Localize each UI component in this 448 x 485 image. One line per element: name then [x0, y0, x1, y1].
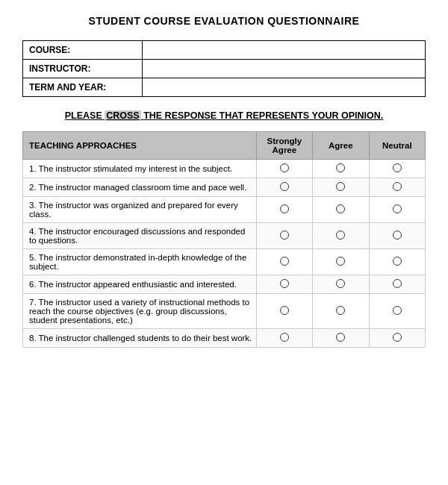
instruction-text: PLEASE CROSS THE RESPONSE THAT REPRESENT…	[22, 110, 426, 121]
radio-circle[interactable]	[393, 163, 402, 172]
radio-circle[interactable]	[336, 231, 345, 240]
info-table: COURSE: INSTRUCTOR: TERM AND YEAR:	[22, 40, 426, 97]
table-row: 8. The instructor challenged students to…	[23, 329, 426, 348]
radio-agree-4[interactable]	[313, 223, 369, 249]
radio-neutral-4[interactable]	[369, 223, 425, 249]
radio-agree-8[interactable]	[313, 329, 369, 348]
cross-keyword: CROSS	[105, 110, 140, 121]
radio-circle[interactable]	[393, 182, 402, 191]
instruction-after: THE RESPONSE THAT REPRESENTS YOUR OPINIO…	[141, 110, 384, 121]
radio-strongly_agree-5[interactable]	[256, 249, 312, 275]
radio-agree-1[interactable]	[313, 160, 369, 178]
table-row: 4. The instructor encouraged discussions…	[23, 223, 426, 249]
radio-circle[interactable]	[393, 306, 402, 315]
radio-circle[interactable]	[280, 163, 289, 172]
info-value[interactable]	[143, 78, 426, 97]
radio-strongly_agree-2[interactable]	[256, 178, 312, 197]
radio-circle[interactable]	[393, 333, 402, 342]
radio-agree-6[interactable]	[313, 275, 369, 294]
radio-strongly_agree-1[interactable]	[256, 160, 312, 178]
radio-strongly_agree-6[interactable]	[256, 275, 312, 294]
col-header-neutral: Neutral	[369, 132, 425, 160]
evaluation-table: TEACHING APPROACHESStronglyAgreeAgreeNeu…	[22, 131, 426, 348]
table-row: 5. The instructor demonstrated in-depth …	[23, 249, 426, 275]
radio-neutral-1[interactable]	[369, 160, 425, 178]
radio-circle[interactable]	[336, 306, 345, 315]
radio-circle[interactable]	[280, 333, 289, 342]
radio-circle[interactable]	[280, 306, 289, 315]
question-text: 4. The instructor encouraged discussions…	[23, 223, 257, 249]
radio-circle[interactable]	[280, 279, 289, 288]
table-row: 7. The instructor used a variety of inst…	[23, 294, 426, 329]
radio-circle[interactable]	[280, 204, 289, 213]
radio-neutral-2[interactable]	[369, 178, 425, 197]
question-text: 8. The instructor challenged students to…	[23, 329, 257, 348]
radio-circle[interactable]	[336, 204, 345, 213]
info-label: TERM AND YEAR:	[23, 78, 143, 97]
page-title: STUDENT COURSE EVALUATION QUESTIONNAIRE	[22, 15, 426, 27]
radio-circle[interactable]	[393, 204, 402, 213]
radio-strongly_agree-8[interactable]	[256, 329, 312, 348]
table-row: 6. The instructor appeared enthusiastic …	[23, 275, 426, 294]
question-text: 5. The instructor demonstrated in-depth …	[23, 249, 257, 275]
radio-agree-3[interactable]	[313, 197, 369, 223]
radio-circle[interactable]	[336, 163, 345, 172]
info-value[interactable]	[143, 41, 426, 60]
table-row: 2. The instructor managed classroom time…	[23, 178, 426, 197]
question-text: 3. The instructor was organized and prep…	[23, 197, 257, 223]
table-row: 1. The instructor stimulated my interest…	[23, 160, 426, 178]
info-row: INSTRUCTOR:	[23, 60, 426, 78]
radio-neutral-7[interactable]	[369, 294, 425, 329]
radio-strongly_agree-3[interactable]	[256, 197, 312, 223]
info-label: INSTRUCTOR:	[23, 60, 143, 78]
radio-agree-7[interactable]	[313, 294, 369, 329]
info-row: COURSE:	[23, 41, 426, 60]
radio-neutral-8[interactable]	[369, 329, 425, 348]
question-text: 7. The instructor used a variety of inst…	[23, 294, 257, 329]
info-row: TERM AND YEAR:	[23, 78, 426, 97]
question-text: 1. The instructor stimulated my interest…	[23, 160, 257, 178]
info-value[interactable]	[143, 60, 426, 78]
table-row: 3. The instructor was organized and prep…	[23, 197, 426, 223]
radio-agree-5[interactable]	[313, 249, 369, 275]
radio-neutral-5[interactable]	[369, 249, 425, 275]
radio-circle[interactable]	[280, 182, 289, 191]
radio-circle[interactable]	[336, 257, 345, 266]
col-header-question: TEACHING APPROACHES	[23, 132, 257, 160]
radio-circle[interactable]	[280, 257, 289, 266]
col-header-strongly_agree: StronglyAgree	[256, 132, 312, 160]
radio-circle[interactable]	[336, 333, 345, 342]
radio-strongly_agree-7[interactable]	[256, 294, 312, 329]
radio-circle[interactable]	[336, 182, 345, 191]
radio-neutral-6[interactable]	[369, 275, 425, 294]
radio-agree-2[interactable]	[313, 178, 369, 197]
info-label: COURSE:	[23, 41, 143, 60]
instruction-before: PLEASE	[65, 110, 105, 121]
question-text: 2. The instructor managed classroom time…	[23, 178, 257, 197]
radio-circle[interactable]	[393, 257, 402, 266]
radio-neutral-3[interactable]	[369, 197, 425, 223]
radio-circle[interactable]	[280, 231, 289, 240]
radio-circle[interactable]	[336, 279, 345, 288]
radio-circle[interactable]	[393, 279, 402, 288]
col-header-agree: Agree	[313, 132, 369, 160]
question-text: 6. The instructor appeared enthusiastic …	[23, 275, 257, 294]
radio-circle[interactable]	[393, 231, 402, 240]
radio-strongly_agree-4[interactable]	[256, 223, 312, 249]
